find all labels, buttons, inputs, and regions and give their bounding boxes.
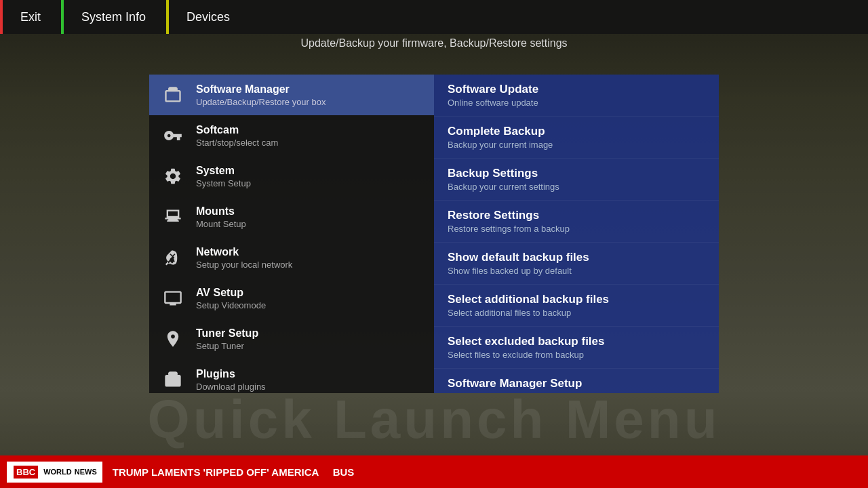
sidebar-item-plugins[interactable]: Plugins Download plugins	[149, 359, 434, 393]
ticker-bar: BBC WORLD NEWS TRUMP LAMENTS 'RIPPED OFF…	[0, 455, 868, 488]
sidebar-item-softcam[interactable]: Softcam Start/stop/select cam	[149, 115, 434, 156]
sidebar-item-system[interactable]: System System Setup	[149, 156, 434, 197]
header-subtitle: Update/Backup your firmware, Backup/Rest…	[0, 37, 868, 49]
header-bar: Exit System Info Devices	[0, 0, 868, 34]
sidebar-software-manager-subtitle: Update/Backup/Restore your box	[196, 97, 326, 107]
display-icon	[159, 285, 186, 312]
sidebar-item-av-setup[interactable]: AV Setup Setup Videomode	[149, 278, 434, 319]
right-item-select-additional[interactable]: Select additional backup files Select ad…	[434, 285, 719, 327]
right-item-restore-settings[interactable]: Restore Settings Restore settings from a…	[434, 201, 719, 243]
sidebar-software-manager-title: Software Manager	[196, 83, 326, 96]
network-icon	[159, 244, 186, 271]
right-item-show-default[interactable]: Show default backup files Show files bac…	[434, 243, 719, 285]
sidebar-av-setup-subtitle: Setup Videomode	[196, 300, 266, 310]
sidebar-network-title: Network	[196, 246, 292, 258]
sidebar-plugins-subtitle: Download plugins	[196, 382, 266, 392]
sidebar-system-subtitle: System Setup	[196, 178, 251, 188]
sidebar-item-tuner-setup[interactable]: Tuner Setup Setup Tuner	[149, 319, 434, 359]
header-nav: Exit System Info Devices	[0, 0, 250, 34]
briefcase-icon	[159, 81, 186, 108]
sidebar-system-title: System	[196, 165, 251, 177]
sidebar-softcam-subtitle: Start/stop/select cam	[196, 138, 278, 148]
nav-exit[interactable]: Exit	[0, 0, 61, 34]
sidebar-network-subtitle: Setup your local network	[196, 260, 292, 270]
sidebar-softcam-title: Softcam	[196, 124, 278, 136]
gear-icon	[159, 163, 186, 190]
sidebar-mounts-title: Mounts	[196, 205, 246, 218]
tuner-icon	[159, 325, 186, 352]
right-item-backup-settings[interactable]: Backup Settings Backup your current sett…	[434, 159, 719, 201]
sidebar-tuner-title: Tuner Setup	[196, 327, 258, 340]
monitor-icon	[159, 203, 186, 230]
key-icon	[159, 122, 186, 149]
sidebar-mounts-subtitle: Mount Setup	[196, 219, 246, 229]
sidebar-item-network[interactable]: Network Setup your local network	[149, 237, 434, 278]
right-item-select-excluded[interactable]: Select excluded backup files Select file…	[434, 327, 719, 369]
sidebar-tuner-subtitle: Setup Tuner	[196, 341, 258, 351]
right-item-complete-backup[interactable]: Complete Backup Backup your current imag…	[434, 117, 719, 159]
menu-container: Software Manager Update/Backup/Restore y…	[149, 75, 719, 393]
nav-system-info[interactable]: System Info	[61, 0, 166, 34]
ticker-text: TRUMP LAMENTS 'RIPPED OFF' AMERICA BUS	[113, 466, 355, 478]
right-item-software-update[interactable]: Software Update Online software update	[434, 75, 719, 117]
bbc-logo: BBC WORLD NEWS	[7, 462, 102, 483]
sidebar-plugins-title: Plugins	[196, 368, 266, 380]
plugins-icon	[159, 366, 186, 393]
nav-devices[interactable]: Devices	[166, 0, 250, 34]
sidebar-item-software-manager[interactable]: Software Manager Update/Backup/Restore y…	[149, 75, 434, 115]
sidebar: Software Manager Update/Backup/Restore y…	[149, 75, 434, 393]
sidebar-av-setup-title: AV Setup	[196, 287, 266, 299]
right-panel: Software Update Online software update C…	[434, 75, 719, 393]
sidebar-item-mounts[interactable]: Mounts Mount Setup	[149, 197, 434, 237]
right-item-software-manager-setup[interactable]: Software Manager Setup Manage your onlin…	[434, 369, 719, 393]
